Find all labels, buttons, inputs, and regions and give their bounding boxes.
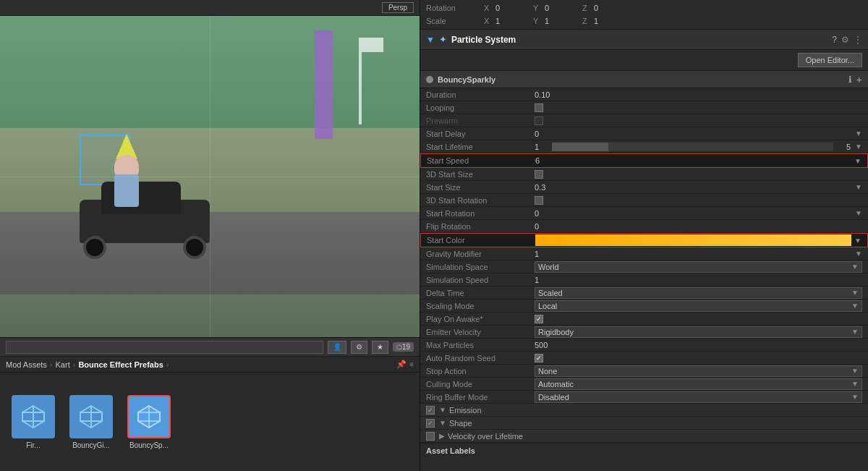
settings-icon[interactable]: ⚙ [841,35,849,45]
rotation-x-label: X [484,4,493,12]
prop-simulation-speed-value[interactable]: 1 [535,276,539,284]
subsection-shape-expand[interactable]: ▼ [439,419,446,427]
prop-start-speed-arrow[interactable]: ▼ [854,157,861,165]
breadcrumb-bounce-effect[interactable]: Bounce Effect Prefabs [78,360,163,369]
rotation-row: Rotation X 0 Y 0 Z 0 [420,1,868,14]
scale-x-value[interactable]: 1 [495,17,524,25]
open-editor-row: Open Editor... [420,50,868,71]
list-icon: ≡ [409,360,414,368]
prop-start-lifetime-slider[interactable]: 1 5 ▼ [535,143,862,151]
prop-delta-time: Delta Time Scaled ▼ [420,287,868,300]
prop-culling-mode-arrow: ▼ [851,380,859,388]
subsection-velocity-checkbox[interactable] [426,432,435,441]
prop-start-speed-value: 6 ▼ [535,156,861,165]
asset-label-bouncysp: BouncySp... [129,441,169,449]
prop-stop-action-value: None [538,367,851,375]
prop-emitter-velocity-dropdown[interactable]: Rigidbody ▼ [535,326,862,338]
star-button[interactable]: ★ [372,341,388,354]
prop-flip-rotation: Flip Rotation 0 [420,220,868,233]
rotation-x-value[interactable]: 0 [495,4,524,12]
prop-flip-rotation-value[interactable]: 0 [535,222,539,231]
rotation-z-label: Z [582,4,591,12]
prop-start-delay-num[interactable]: 0 [535,130,855,138]
prop-start-rotation-arrow[interactable]: ▼ [855,209,862,217]
transform-section: Rotation X 0 Y 0 Z 0 S [420,0,868,30]
prop-start-color-swatch[interactable] [535,234,851,246]
prop-start-color: Start Color ▼ [420,233,868,247]
prop-3d-start-size-checkbox[interactable] [535,170,543,179]
breadcrumb-kart[interactable]: Kart [56,360,70,369]
asset-count: ⬡19 [393,342,414,352]
prop-simulation-space-label: Simulation Space [426,263,535,271]
asset-item-fir[interactable]: Fir... [9,392,58,452]
prop-start-size-arrow[interactable]: ▼ [855,183,862,191]
prop-looping-checkbox[interactable] [535,103,543,112]
filter-button[interactable]: ⚙ [351,341,367,354]
prop-emitter-velocity-value: Rigidbody [538,328,851,336]
prop-emitter-velocity-arrow: ▼ [851,328,859,336]
prop-start-delay-arrow[interactable]: ▼ [855,130,862,137]
more-icon[interactable]: ⋮ [854,35,862,45]
prop-play-on-awake-checkbox[interactable]: ✓ [535,315,543,323]
subsection-emission[interactable]: ✓ ▼ Emission [420,404,868,417]
asset-labels-section: Asset Labels [420,443,868,458]
prop-duration-value[interactable]: 0.10 [535,90,862,99]
prop-stop-action-dropdown[interactable]: None ▼ [535,365,862,377]
rotation-y-value[interactable]: 0 [545,4,574,12]
persp-button[interactable]: Persp [382,2,414,13]
subsection-emission-expand[interactable]: ▼ [439,406,446,414]
particle-system-expand-icon[interactable]: ▼ [426,35,435,45]
prop-gravity-modifier: Gravity Modifier 1 ▼ [420,247,868,260]
add-asset-button[interactable]: 👤 [328,341,346,354]
inspector-panel: Rotation X 0 Y 0 Z 0 S [420,0,868,471]
prop-delta-time-label: Delta Time [426,289,535,297]
prop-start-lifetime-track[interactable] [552,143,833,151]
component-info-icon[interactable]: ℹ [848,75,852,85]
subsection-emission-checkbox[interactable]: ✓ [426,406,435,415]
prop-ring-buffer-mode: Ring Buffer Mode Disabled ▼ [420,391,868,404]
rotation-z-value[interactable]: 0 [594,4,623,12]
open-editor-button[interactable]: Open Editor... [798,53,862,67]
prop-scaling-mode-dropdown[interactable]: Local ▼ [535,300,862,312]
prop-delta-time-dropdown[interactable]: Scaled ▼ [535,287,862,299]
prop-3d-start-rotation-label: 3D Start Rotation [426,196,535,205]
prop-start-lifetime: Start Lifetime 1 5 ▼ [420,140,868,153]
component-add-icon[interactable]: + [856,74,862,85]
prop-gravity-modifier-num[interactable]: 1 [535,250,855,258]
prop-start-lifetime-arrow[interactable]: ▼ [855,143,862,150]
prop-start-color-arrow[interactable]: ▼ [854,237,861,245]
prop-ring-buffer-mode-dropdown[interactable]: Disabled ▼ [535,391,862,403]
prop-simulation-space-dropdown[interactable]: World ▼ [535,261,862,273]
subsection-shape[interactable]: ✓ ▼ Shape [420,417,868,430]
prop-simulation-speed-label: Simulation Speed [426,276,535,284]
prop-max-particles-value[interactable]: 500 [535,341,548,349]
prop-start-delay: Start Delay 0 ▼ [420,127,868,140]
prop-auto-random-seed-checkbox[interactable]: ✓ [535,354,543,362]
wheel-front-left [83,236,106,259]
prop-auto-random-seed: Auto Random Seed ✓ [420,352,868,365]
scale-x-label: X [484,17,493,25]
prop-start-rotation-num[interactable]: 0 [535,209,855,218]
scale-y-value[interactable]: 1 [545,17,574,25]
scale-z-value[interactable]: 1 [594,17,623,25]
prop-start-speed-num[interactable]: 6 [535,156,854,165]
prop-3d-start-rotation-checkbox[interactable] [535,196,543,205]
breadcrumb-mod-assets[interactable]: Mod Assets [6,360,47,369]
wheel-front-right [183,236,206,259]
subsection-shape-checkbox[interactable]: ✓ [426,419,435,428]
prop-start-size-num[interactable]: 0.3 [535,183,855,192]
prop-play-on-awake: Play On Awake* ✓ [420,313,868,326]
asset-item-bouncygi[interactable]: BouncyGi... [67,392,116,452]
help-icon[interactable]: ? [832,35,837,45]
asset-item-bouncysp[interactable]: BouncySp... [124,392,174,452]
properties-scroll[interactable]: Duration 0.10 Looping Prewarm Start Dela… [420,88,868,471]
cube-icon-bouncygi [77,402,106,431]
prop-culling-mode-dropdown[interactable]: Automatic ▼ [535,378,862,390]
subsection-velocity-lifetime[interactable]: ▶ Velocity over Lifetime [420,430,868,443]
rotation-label: Rotation [426,4,484,12]
prop-start-lifetime-min: 1 [535,143,549,151]
subsection-velocity-expand[interactable]: ▶ [439,432,445,440]
search-input[interactable] [6,341,323,354]
grid-line-v [210,16,210,337]
prop-gravity-modifier-arrow[interactable]: ▼ [855,250,862,258]
